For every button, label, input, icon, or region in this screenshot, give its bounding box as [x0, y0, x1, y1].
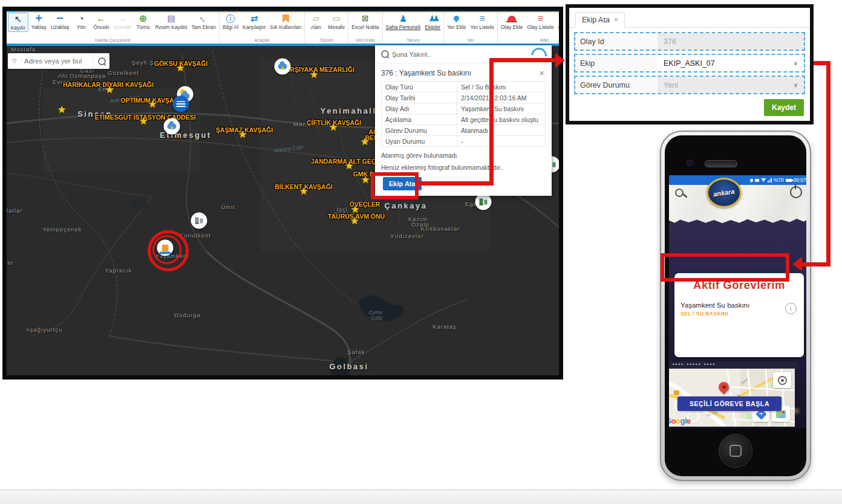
toolbar-label: Tümü	[137, 24, 150, 30]
toolbar-y-n-button[interactable]: ◔Yön	[71, 13, 91, 31]
list-icon: ≡	[480, 13, 485, 24]
power-icon[interactable]	[790, 186, 802, 198]
field-ekip-value[interactable]: EKIP_ASKI_07∨	[658, 55, 804, 71]
toolbar-yakla-button[interactable]: +Yaklaş	[29, 13, 48, 31]
chevron-down-icon[interactable]: ∨	[794, 82, 798, 88]
toolbar-olay-sorgula-button[interactable]: Olay Sorgula	[556, 13, 559, 31]
arrow-right-icon: →	[117, 13, 128, 24]
incident-table-row: Olay AdıYaşamkent Su baskını	[382, 103, 546, 114]
incident-table: Olay TürüSel / Su BaskınıOlay Tarihi2/14…	[381, 81, 546, 147]
incident-field-label: Olay Türü	[382, 82, 457, 92]
incident-table-row: Olay Tarihi2/14/2021 12:03:16 AM	[382, 92, 546, 103]
locate-button[interactable]	[773, 372, 791, 388]
toolbar-mesafe-button[interactable]: ▭Mesafe	[326, 13, 347, 31]
incident-star-icon[interactable]: ★	[175, 62, 184, 74]
buildings-icon[interactable]	[191, 213, 207, 229]
incident-star-icon[interactable]: ★	[57, 103, 66, 116]
map-label-town: Ümit	[221, 204, 235, 210]
aski-icon[interactable]	[173, 96, 189, 112]
toolbar-label: Olay Listele	[527, 24, 553, 30]
storm-icon[interactable]	[275, 59, 291, 75]
toolbar-kayd-r-button[interactable]: ↖Kaydır	[8, 13, 28, 32]
incident-star-icon[interactable]: ★	[360, 135, 369, 148]
map-label-city: Yenimahalle	[321, 106, 383, 115]
green-buildings-icon[interactable]	[475, 194, 492, 210]
task-info-icon[interactable]: i	[785, 303, 797, 314]
start-task-button[interactable]: SEÇİLİ GÖREVE BAŞLA	[677, 396, 782, 411]
key-icon[interactable]	[675, 189, 684, 197]
incident-field-label: Olay Adı	[382, 103, 457, 114]
toolbar-yer-listele-button[interactable]: ≡Yer Listele	[469, 13, 496, 31]
annotation-box-assign-button	[371, 172, 419, 199]
toolbar-uzakla-button[interactable]: −Uzaklaş	[49, 13, 71, 31]
toolbar-resim-kaydet-button[interactable]: ▤Resim Kaydet	[154, 13, 189, 31]
incident-field-value: -	[457, 136, 546, 147]
toolbar-group-label: Harita Çerçevesi	[8, 37, 218, 44]
incident-star-icon[interactable]: ★	[350, 215, 359, 227]
chevron-down-icon[interactable]: ∨	[794, 60, 798, 66]
incident-star-icon[interactable]: ★	[328, 121, 338, 134]
assign-tabbar: Ekip Ata ×	[569, 8, 810, 28]
incident-star-icon[interactable]: ★	[299, 185, 308, 198]
popup-close-icon[interactable]: ×	[538, 68, 546, 78]
incident-star-icon[interactable]: ★	[238, 128, 247, 141]
arrow-left-icon: ←	[96, 13, 106, 24]
toolbar-yer-ekle-button[interactable]: Yer Ekle	[445, 13, 468, 31]
save-button[interactable]: Kaydet	[764, 99, 804, 116]
toolbar-excel-nokta-button[interactable]: ⊠Excel Nokta	[350, 13, 380, 31]
toolbar-label: Kaydır	[11, 25, 26, 31]
search-icon[interactable]	[93, 53, 109, 69]
toolbar-group-label: Afet	[499, 37, 559, 44]
tab-close-icon[interactable]: ×	[614, 16, 618, 24]
toolbar-label: Sık Kullanılan	[270, 24, 301, 30]
toolbar-t-m-button[interactable]: ⊕Tümü	[134, 13, 153, 31]
storm-icon[interactable]	[164, 118, 180, 135]
toolbar-olay-ekle-button[interactable]: Olay Ekle	[499, 13, 524, 31]
toolbar-tam-ekran-button[interactable]: ↔Tam Ekran	[189, 13, 218, 31]
incident-star-icon[interactable]: ★	[344, 160, 353, 172]
people-icon: ♟♟	[429, 13, 437, 24]
search-filter-dropdown-icon[interactable]: ▽	[8, 58, 22, 64]
incident-star-icon[interactable]: ★	[139, 115, 148, 128]
toolbar-s-k-kullan-lan-button[interactable]: Sık Kullanılan	[268, 13, 303, 31]
toolbar-group-harita-er-evesi: ↖Kaydır+Yaklaş−Uzaklaş◔Yön←Önceki→Sonrak…	[7, 12, 219, 44]
toolbar-alan-button[interactable]: ▱Alan	[306, 13, 325, 31]
incident-field-label: Uyarı Durumu	[382, 136, 457, 147]
toolbar-sonraki-button[interactable]: →Sonraki	[112, 13, 133, 31]
toolbar-label: Yer Listele	[471, 24, 494, 30]
toolbar-olay-listele-button[interactable]: ≡Olay Listele	[525, 13, 555, 31]
toolbar-label: Resim Kaydet	[155, 24, 188, 30]
minus-icon: −	[56, 13, 64, 24]
map-label-town: Şafak	[347, 349, 365, 355]
annotation-box-task	[661, 253, 789, 282]
incident-star-icon[interactable]: ★	[148, 98, 157, 111]
map-label-town: Yenipeçenek	[42, 226, 82, 233]
incident-title: 376 : Yaşamkent Su baskını	[381, 69, 471, 77]
toolbar-saha-personeli-button[interactable]: ♟Saha Personeli	[384, 13, 423, 31]
incident-star-icon[interactable]: ★	[361, 173, 370, 186]
toolbar-kar-la-t-r-button[interactable]: ⇄Karşılaştır	[241, 13, 267, 31]
toolbar-bilgi-al-button[interactable]: ⓘBilgi Al	[221, 13, 240, 31]
map-toolbar: ↖Kaydır+Yaklaş−Uzaklaş◔Yön←Önceki→Sonrak…	[7, 11, 559, 46]
toolbar-group-label: Araçlar	[221, 37, 303, 44]
incident-star-icon[interactable]: ★	[105, 83, 114, 96]
field-label: Olay Id	[575, 33, 658, 50]
incident-field-value: Alt geçitte su baskını oluştu	[457, 114, 546, 125]
phone-glass: %70 00:07 ankara Aktif Görevlerim Yaşamk…	[665, 135, 806, 476]
incident-field-label: Olay Tarihi	[382, 92, 457, 103]
phone-mockup: %70 00:07 ankara Aktif Görevlerim Yaşamk…	[660, 131, 811, 481]
location-icon	[749, 178, 754, 182]
toolbar-label: Saha Personeli	[386, 24, 421, 30]
home-button[interactable]	[719, 434, 752, 468]
toolbar-ekipler-button[interactable]: ♟♟Ekipler	[423, 13, 442, 31]
incident-star-icon[interactable]: ★	[309, 68, 318, 81]
toolbar-nceki-button[interactable]: ←Önceki	[91, 13, 111, 31]
task-item[interactable]: Yaşamkent Su baskını SEL / SU BASKINI i	[680, 302, 798, 317]
annotation-circle	[152, 235, 181, 264]
assign-panel-frame: Ekip Ata × Olay Id376EkipEKIP_ASKI_07∨Gö…	[566, 4, 814, 124]
search-input[interactable]	[22, 57, 93, 65]
clock: 00:07	[794, 177, 806, 183]
toolbar-group-ara-lar: ⓘBilgi Al⇄KarşılaştırSık KullanılanAraçl…	[219, 12, 304, 44]
map-label-city: Çankaya	[385, 201, 428, 210]
tab-ekip-ata[interactable]: Ekip Ata ×	[575, 12, 625, 28]
